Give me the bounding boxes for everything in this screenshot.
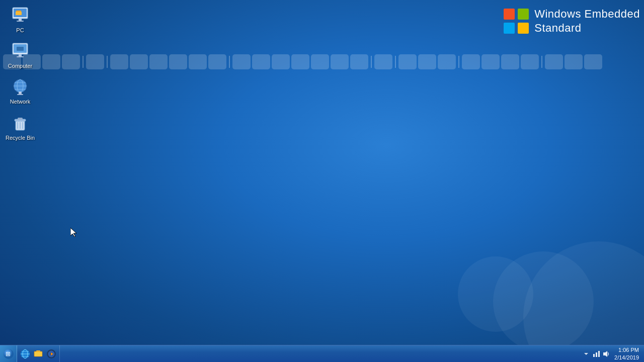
desktop-icons: PC Computer [2,4,38,143]
quick-launch-bar [0,53,644,71]
ql-separator [458,56,459,68]
tray-network-icon[interactable] [592,350,600,358]
ql-item [501,54,519,69]
svg-rect-1 [518,9,529,20]
deco-circle-3 [458,256,533,332]
tray-arrow-icon[interactable] [582,350,590,358]
taskbar: ⊞ [0,345,644,362]
ql-item [208,54,226,69]
ql-item [584,54,602,69]
ql-item [481,54,500,69]
windows-flag-icon [503,8,529,34]
ql-item [86,54,104,69]
taskbar-middle [60,345,579,362]
desktop-icon-network[interactable]: Network [2,75,38,107]
ql-item [331,54,349,69]
ql-item [565,54,583,69]
ql-item [149,54,168,69]
system-tray: 1:06 PM 2/14/2019 [579,345,644,362]
desktop-icon-recycle-bin[interactable]: Recycle Bin [2,112,38,143]
svg-rect-45 [593,354,595,357]
svg-rect-2 [504,23,515,34]
computer-icon-label: Computer [8,63,32,69]
svg-rect-3 [518,23,529,34]
brand-line1: Windows Embedded [534,7,640,21]
clock-time: 1:06 PM [614,346,639,353]
ql-item [545,54,563,69]
svg-rect-9 [17,21,24,22]
svg-rect-46 [596,352,597,357]
recycle-bin-label: Recycle Bin [6,135,35,141]
svg-rect-12 [17,47,24,51]
ql-item [169,54,187,69]
ql-separator [83,56,84,68]
svg-rect-47 [598,351,600,357]
ql-separator [395,56,396,68]
ql-item [272,54,290,69]
ql-item [374,54,392,69]
clock-date: 2/14/2019 [614,354,639,361]
svg-rect-14 [17,56,24,57]
start-button[interactable]: ⊞ [0,345,17,363]
desktop-icon-pc[interactable]: PC [2,4,38,36]
computer-icon [10,42,30,62]
svg-text:⊞: ⊞ [6,350,11,357]
ql-separator [371,56,372,68]
desktop: Windows Embedded Standard [0,0,644,362]
ql-item [110,54,128,69]
ql-separator [107,56,108,68]
svg-rect-8 [19,19,22,21]
network-icon [10,77,30,98]
ql-separator [229,56,230,68]
taskbar-ie-icon[interactable] [19,348,31,360]
svg-marker-48 [603,351,607,357]
ql-item [189,54,207,69]
ql-item [311,54,329,69]
svg-marker-29 [70,228,76,237]
brand-logo: Windows Embedded Standard [503,7,640,35]
taskbar-explorer-icon[interactable] [32,348,44,360]
svg-rect-25 [18,118,23,120]
brand-line2: Standard [534,21,640,35]
ql-item [62,54,80,69]
ql-item [418,54,436,69]
svg-rect-22 [17,94,23,95]
mouse-cursor [70,228,76,237]
taskbar-media-icon[interactable] [45,348,57,360]
svg-rect-7 [16,12,22,15]
desktop-icon-computer[interactable]: Computer [2,40,38,71]
recycle-bin-icon [10,114,30,134]
pc-icon-label: PC [16,27,24,34]
ql-item [232,54,251,69]
svg-rect-0 [504,9,515,20]
ql-item [462,54,480,69]
ql-item [42,54,60,69]
ql-item [291,54,309,69]
ql-item [438,54,456,69]
ql-separator [541,56,542,68]
start-orb-icon: ⊞ [3,348,14,359]
ql-item [130,54,148,69]
pc-icon [10,6,30,26]
taskbar-quick-launch [17,345,60,362]
ql-item [398,54,417,69]
brand-text: Windows Embedded Standard [534,7,640,35]
taskbar-clock[interactable]: 1:06 PM 2/14/2019 [612,346,641,361]
ql-item [350,54,368,69]
ql-item [521,54,539,69]
ql-item [252,54,270,69]
svg-rect-39 [34,351,42,356]
svg-rect-21 [19,93,21,94]
svg-rect-13 [19,54,22,56]
network-icon-label: Network [10,99,30,105]
svg-marker-44 [584,353,588,355]
tray-volume-icon[interactable] [602,350,610,358]
